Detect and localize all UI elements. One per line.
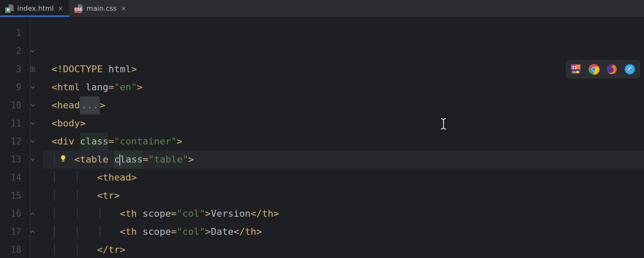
line-number[interactable]: 15 — [0, 187, 21, 205]
tab-main-css[interactable]: CSS main.css — [69, 0, 132, 17]
code-area[interactable]: <!DOCTYPE html><html lang="en"><head...>… — [43, 17, 644, 258]
fold-marker[interactable] — [30, 78, 43, 96]
line-number[interactable]: 13 — [0, 150, 21, 169]
fold-marker[interactable] — [30, 150, 43, 169]
code-line[interactable]: │ │ │ <th scope="col">Date</th> — [43, 223, 644, 241]
open-in-intellij-button[interactable]: IJEAP — [570, 63, 582, 75]
fold-marker[interactable] — [30, 42, 43, 60]
fold-marker — [30, 169, 43, 187]
tab-label: main.css — [86, 4, 117, 12]
line-number[interactable]: 16 — [0, 205, 21, 223]
fold-marker[interactable] — [30, 132, 43, 150]
svg-text:IJ: IJ — [572, 66, 577, 70]
open-in-firefox-button[interactable] — [606, 63, 618, 75]
intention-bulb-icon[interactable] — [59, 150, 67, 169]
tab-index-html[interactable]: H index.html — [0, 0, 69, 17]
line-number[interactable]: 1 — [0, 24, 21, 42]
code-line[interactable]: │ │ │ <th scope="col">Version</th> — [43, 205, 644, 223]
fold-marker — [30, 24, 43, 42]
fold-marker — [30, 241, 43, 258]
css-file-icon: CSS — [74, 4, 83, 13]
line-number[interactable]: 17 — [0, 223, 21, 241]
fold-marker[interactable] — [30, 60, 43, 78]
fold-marker[interactable] — [30, 223, 43, 241]
text-caret — [119, 154, 120, 166]
browser-preview-panel: IJEAP — [566, 60, 640, 78]
text-cursor-icon — [399, 99, 447, 153]
line-number[interactable]: 2 — [0, 42, 21, 60]
svg-point-10 — [592, 68, 595, 71]
line-number[interactable]: 18 — [0, 241, 21, 258]
fold-marker[interactable] — [30, 96, 43, 114]
line-number[interactable]: 11 — [0, 114, 21, 132]
fold-gutter[interactable] — [30, 17, 43, 258]
close-icon[interactable] — [120, 5, 127, 12]
line-number-gutter[interactable]: 1239101112131415161718 — [0, 17, 30, 258]
code-line[interactable]: │ │ <tr> — [43, 187, 644, 205]
line-number[interactable]: 3 — [0, 60, 21, 78]
code-line[interactable]: <head...> — [43, 96, 644, 114]
open-in-chrome-button[interactable] — [588, 63, 600, 75]
svg-rect-4 — [576, 64, 580, 69]
fold-marker — [30, 187, 43, 205]
code-line[interactable]: <html lang="en"> — [43, 78, 644, 96]
line-number[interactable]: 10 — [0, 96, 21, 114]
tab-label: index.html — [17, 4, 54, 12]
fold-marker[interactable] — [30, 114, 43, 132]
open-in-safari-button[interactable] — [624, 63, 636, 75]
tab-bar: H index.html CSS main.css — [0, 0, 644, 17]
svg-text:EAP: EAP — [573, 71, 577, 73]
code-line[interactable]: │ <table class="table"> — [43, 150, 644, 169]
fold-marker[interactable] — [30, 205, 43, 223]
editor: 1239101112131415161718 <!DOCTYPE html><h… — [0, 17, 644, 258]
svg-rect-1 — [62, 160, 64, 162]
line-number[interactable]: 14 — [0, 169, 21, 187]
line-number[interactable]: 12 — [0, 132, 21, 150]
code-line[interactable]: <div class="container"> — [43, 132, 644, 150]
code-line[interactable]: <body> — [43, 114, 644, 132]
html-file-icon: H — [5, 4, 14, 13]
code-line[interactable]: │ │ </tr> — [43, 241, 644, 258]
code-line[interactable]: │ │ <thead> — [43, 169, 644, 187]
code-line[interactable]: <!DOCTYPE html> — [43, 60, 644, 78]
line-number[interactable]: 9 — [0, 78, 21, 96]
close-icon[interactable] — [57, 5, 64, 12]
